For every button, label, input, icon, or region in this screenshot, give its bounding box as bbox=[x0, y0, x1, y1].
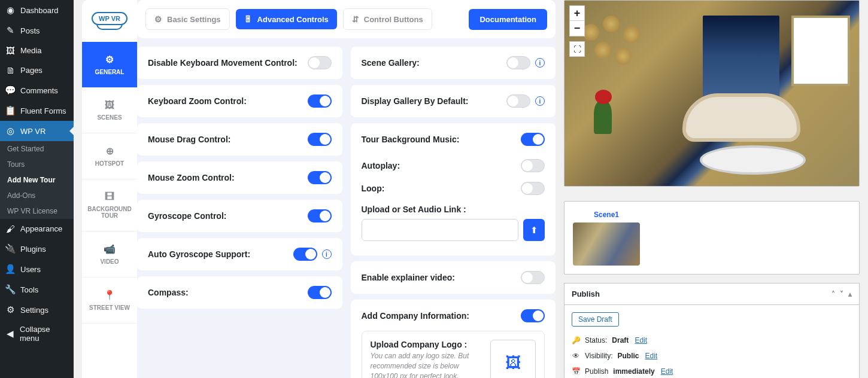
advanced-controls-button[interactable]: 🎚Advanced Controls bbox=[236, 9, 337, 29]
upload-audio-label: Upload or Set Audio Link : bbox=[362, 205, 545, 214]
tour-music-toggle[interactable] bbox=[521, 133, 545, 146]
logo-hint: You can add any logo size. But recommend… bbox=[371, 351, 481, 378]
audio-link-input[interactable] bbox=[362, 219, 519, 241]
menu-fluent-forms[interactable]: 📋Fluent Forms bbox=[0, 100, 74, 121]
menu-tools[interactable]: 🔧Tools bbox=[0, 279, 74, 300]
target-icon: ⊕ bbox=[86, 145, 133, 157]
info-icon[interactable]: i bbox=[322, 249, 332, 259]
auto-gyroscope-toggle[interactable] bbox=[293, 248, 317, 261]
upload-audio-button[interactable]: ⬆ bbox=[523, 219, 545, 241]
edit-schedule-link[interactable]: Edit bbox=[661, 367, 673, 376]
wpvr-logo: WP VR bbox=[82, 0, 137, 42]
tools-icon: 🔧 bbox=[5, 284, 16, 295]
menu-comments[interactable]: 💬Comments bbox=[0, 80, 74, 100]
explainer-toggle[interactable] bbox=[521, 271, 545, 284]
pin-icon: ✎ bbox=[5, 25, 16, 36]
menu-plugins[interactable]: 🔌Plugins bbox=[0, 239, 74, 259]
scene-thumb-1[interactable]: Scene1 bbox=[573, 211, 640, 266]
tab-scenes[interactable]: 🖼SCENES bbox=[82, 88, 137, 133]
info-icon[interactable]: i bbox=[535, 58, 545, 68]
upload-logo-label: Upload Company Logo : bbox=[371, 340, 481, 349]
wpvr-vertical-tabs: WP VR ⚙GENERAL 🖼SCENES ⊕HOTSPOT 🎞BACKGRO… bbox=[82, 0, 137, 378]
keyboard-zoom-label: Keyboard Zoom Control: bbox=[148, 96, 247, 106]
tab-background-tour[interactable]: 🎞BACKGROUND TOUR bbox=[82, 179, 137, 231]
menu-dashboard[interactable]: ◉Dashboard bbox=[0, 0, 74, 20]
scene-thumb-image bbox=[573, 222, 640, 266]
loop-toggle[interactable] bbox=[521, 182, 545, 195]
wp-admin-sidebar: ◉Dashboard ✎Posts 🖼Media 🗎Pages 💬Comment… bbox=[0, 0, 74, 378]
mouse-drag-toggle[interactable] bbox=[308, 133, 332, 146]
vr-icon: ◎ bbox=[5, 126, 16, 136]
key-icon: 🔑 bbox=[572, 336, 580, 345]
eye-icon: 👁 bbox=[572, 352, 580, 360]
loop-label: Loop: bbox=[362, 184, 385, 193]
menu-pages[interactable]: 🗎Pages bbox=[0, 60, 74, 80]
disable-keyboard-toggle[interactable] bbox=[308, 56, 332, 69]
brush-icon: 🖌 bbox=[5, 224, 16, 234]
autoplay-label: Autoplay: bbox=[362, 161, 400, 170]
menu-users[interactable]: 👤Users bbox=[0, 259, 74, 279]
submenu-license[interactable]: WP VR License bbox=[0, 203, 74, 219]
collapse-icon: ◀ bbox=[5, 328, 15, 339]
control-buttons-button[interactable]: ⇵Control Buttons bbox=[343, 8, 432, 30]
basic-settings-button[interactable]: ⚙Basic Settings bbox=[145, 8, 230, 30]
edit-visibility-link[interactable]: Edit bbox=[645, 352, 657, 360]
company-info-toggle[interactable] bbox=[521, 309, 545, 322]
submenu-addons[interactable]: Add-Ons bbox=[0, 188, 74, 203]
disable-keyboard-label: Disable Keyboard Movement Control: bbox=[148, 58, 298, 68]
pages-icon: 🗎 bbox=[5, 65, 16, 75]
fullscreen-button[interactable]: ⛶ bbox=[569, 41, 585, 57]
zoom-out-button[interactable]: − bbox=[569, 21, 585, 36]
form-icon: 📋 bbox=[5, 105, 16, 116]
panorama-preview[interactable]: + − ⛶ bbox=[564, 1, 859, 186]
metabox-down-icon[interactable]: ˅ bbox=[840, 290, 843, 298]
display-gallery-label: Display Gallery By Default: bbox=[362, 96, 469, 106]
display-gallery-toggle[interactable] bbox=[506, 94, 530, 108]
image-icon: 🖼 bbox=[86, 100, 133, 111]
publish-title: Publish bbox=[572, 289, 600, 298]
sliders-icon: ⚙ bbox=[154, 14, 162, 24]
media-icon: 🖼 bbox=[5, 45, 16, 56]
gyroscope-toggle[interactable] bbox=[308, 209, 332, 222]
tab-hotspot[interactable]: ⊕HOTSPOT bbox=[82, 133, 137, 179]
submenu-add-new-tour[interactable]: Add New Tour bbox=[0, 172, 74, 188]
scene-gallery-label: Scene Gallery: bbox=[362, 58, 420, 68]
metabox-up-icon[interactable]: ˄ bbox=[831, 290, 835, 298]
wpvr-submenu: Get Started Tours Add New Tour Add-Ons W… bbox=[0, 141, 74, 219]
pin-icon: 📍 bbox=[86, 289, 133, 301]
video-icon: 📹 bbox=[86, 243, 133, 255]
edit-status-link[interactable]: Edit bbox=[635, 336, 647, 345]
keyboard-zoom-toggle[interactable] bbox=[308, 94, 332, 108]
mouse-zoom-label: Mouse Zoom Control: bbox=[148, 173, 235, 182]
preview-column: + − ⛶ Scene1 Publish ˄ ˅ ▴ bbox=[564, 0, 868, 378]
submenu-get-started[interactable]: Get Started bbox=[0, 141, 74, 157]
submenu-tours[interactable]: Tours bbox=[0, 157, 74, 172]
compass-toggle[interactable] bbox=[308, 286, 332, 299]
save-draft-button[interactable]: Save Draft bbox=[572, 312, 619, 327]
tab-general[interactable]: ⚙GENERAL bbox=[82, 42, 137, 88]
menu-posts[interactable]: ✎Posts bbox=[0, 20, 74, 41]
logo-upload-area[interactable]: 🖼 bbox=[490, 340, 536, 378]
zoom-in-button[interactable]: + bbox=[569, 5, 585, 21]
settings-icon: ⚙ bbox=[5, 304, 16, 315]
gyroscope-label: Gyroscope Control: bbox=[148, 211, 226, 221]
film-icon: 🎞 bbox=[86, 191, 133, 202]
menu-wpvr[interactable]: ◎WP VR bbox=[0, 121, 74, 141]
menu-appearance[interactable]: 🖌Appearance bbox=[0, 219, 74, 239]
menu-settings[interactable]: ⚙Settings bbox=[0, 300, 74, 320]
menu-collapse[interactable]: ◀Collapse menu bbox=[0, 320, 74, 347]
metabox-toggle-icon[interactable]: ▴ bbox=[848, 290, 852, 298]
info-icon[interactable]: i bbox=[535, 96, 545, 106]
users-icon: 👤 bbox=[5, 264, 16, 275]
tab-street-view[interactable]: 📍STREET VIEW bbox=[82, 278, 137, 324]
menu-media[interactable]: 🖼Media bbox=[0, 41, 74, 60]
controls-icon: ⇵ bbox=[352, 14, 359, 24]
mouse-zoom-toggle[interactable] bbox=[308, 171, 332, 184]
tab-video[interactable]: 📹VIDEO bbox=[82, 231, 137, 278]
scene-gallery-toggle[interactable] bbox=[506, 56, 530, 69]
preview-panel: + − ⛶ bbox=[564, 0, 860, 187]
editor-topbar: ⚙Basic Settings 🎚Advanced Controls ⇵Cont… bbox=[137, 0, 556, 38]
autoplay-toggle[interactable] bbox=[521, 159, 545, 172]
gear-icon: ⚙ bbox=[86, 54, 133, 65]
documentation-button[interactable]: Documentation bbox=[469, 9, 547, 30]
